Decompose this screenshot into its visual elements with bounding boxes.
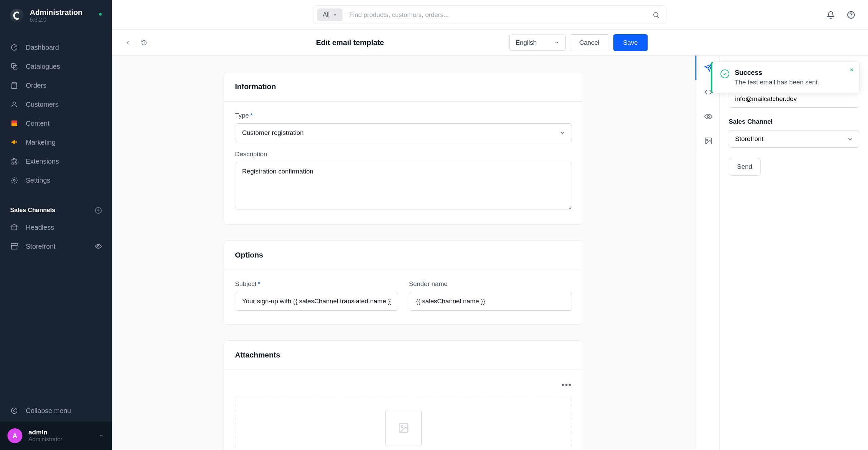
svg-point-7	[98, 246, 99, 247]
chevron-up-icon	[98, 433, 104, 439]
storefront-icon	[10, 242, 18, 250]
content-icon	[10, 119, 18, 127]
nav-orders[interactable]: Orders	[0, 76, 112, 95]
language-select[interactable]: English	[509, 35, 566, 51]
main-nav: Dashboard Catalogues Orders Customers Co…	[0, 31, 112, 197]
page-actions: English Cancel Save	[509, 34, 648, 51]
nav-label: Orders	[26, 82, 46, 89]
user-role: Administrator	[28, 436, 62, 443]
logo-icon	[10, 9, 24, 22]
tab-media[interactable]	[695, 129, 720, 153]
nav-label: Settings	[26, 177, 50, 184]
nav-content[interactable]: Content	[0, 114, 112, 133]
notifications-icon[interactable]	[824, 8, 837, 22]
help-icon[interactable]	[844, 8, 858, 22]
topbar-actions	[824, 8, 858, 22]
subject-label: Subject	[235, 280, 398, 288]
card-header: Information	[224, 72, 583, 102]
card-header: Options	[224, 241, 583, 270]
type-value: Customer registration	[242, 129, 304, 137]
svg-point-13	[401, 426, 403, 428]
sidebar-header: Administration 6.6.2.0	[0, 0, 112, 31]
card-header: Attachments	[224, 341, 583, 370]
channels-nav: Headless Storefront	[0, 218, 112, 263]
card-body: Subject Sender name	[224, 270, 583, 324]
nav-label: Extensions	[26, 158, 59, 165]
app-title: Administration	[30, 8, 82, 17]
description-textarea[interactable]	[235, 162, 572, 209]
type-select[interactable]: Customer registration	[235, 123, 572, 142]
send-button[interactable]: Send	[729, 158, 761, 176]
card-title: Information	[235, 82, 572, 91]
nav-label: Customers	[26, 101, 59, 108]
check-circle-icon	[721, 69, 729, 78]
card-title: Options	[235, 251, 572, 260]
user-menu[interactable]: A admin Administrator	[0, 422, 112, 450]
sender-label: Sender name	[409, 280, 572, 288]
image-placeholder-icon	[385, 410, 422, 446]
right-tab-strip	[695, 56, 719, 450]
content-wrap: Information Type Customer registration D…	[112, 56, 868, 450]
page-title: Edit email template	[316, 38, 384, 47]
tab-preview[interactable]	[695, 104, 720, 129]
avatar: A	[7, 428, 22, 443]
nav-label: Headless	[26, 224, 54, 231]
add-channel-button[interactable]: +	[95, 207, 102, 214]
nav-label: Marketing	[26, 139, 56, 146]
svg-point-3	[13, 102, 15, 104]
content-main: Information Type Customer registration D…	[112, 56, 695, 450]
sales-channels-section: Sales Channels +	[0, 197, 112, 218]
toast-title: Success	[735, 69, 819, 77]
nav-settings[interactable]: Settings	[0, 171, 112, 190]
collapse-menu-button[interactable]: Collapse menu	[0, 400, 112, 422]
chevron-down-icon	[847, 136, 853, 142]
sales-channel-select[interactable]: Storefront	[729, 130, 859, 148]
back-button[interactable]	[122, 37, 134, 48]
orders-icon	[10, 81, 18, 89]
search-tag-label: All	[323, 11, 330, 18]
save-button[interactable]: Save	[613, 34, 648, 51]
chevron-down-icon	[559, 130, 565, 136]
success-toast: Success The test email has been sent.	[711, 62, 860, 93]
cancel-button[interactable]: Cancel	[570, 34, 609, 51]
card-body: Type Customer registration Description	[224, 102, 583, 224]
sender-input[interactable]	[409, 292, 572, 311]
nav-label: Catalogues	[26, 63, 60, 70]
subject-input[interactable]	[235, 292, 398, 311]
search-input[interactable]	[342, 11, 650, 19]
close-icon[interactable]	[849, 67, 854, 72]
gear-icon	[10, 176, 18, 184]
customers-icon	[10, 100, 18, 108]
svg-rect-5	[12, 121, 17, 123]
history-icon[interactable]	[138, 37, 150, 48]
eye-icon[interactable]	[95, 243, 102, 250]
svg-point-9	[654, 12, 658, 17]
search-scope-tag[interactable]: All	[317, 8, 342, 21]
extensions-icon	[10, 157, 18, 165]
sidebar: Administration 6.6.2.0 Dashboard Catalog…	[0, 0, 112, 450]
nav-label: Storefront	[26, 243, 56, 250]
toast-message: The test email has been sent.	[735, 79, 819, 86]
collapse-label: Collapse menu	[26, 407, 71, 415]
nav-customers[interactable]: Customers	[0, 95, 112, 114]
nav-label: Dashboard	[26, 44, 59, 52]
attachments-card: Attachments ••• Drag files here to uploa…	[224, 340, 583, 450]
language-value: English	[516, 39, 537, 46]
nav-catalogues[interactable]: Catalogues	[0, 57, 112, 76]
nav-storefront[interactable]: Storefront	[0, 237, 112, 256]
right-panel: Sales Channel Storefront Send	[719, 56, 868, 450]
nav-marketing[interactable]: Marketing	[0, 133, 112, 152]
marketing-icon	[10, 138, 18, 146]
section-label: Sales Channels	[10, 207, 55, 214]
search-icon[interactable]	[650, 11, 663, 19]
more-button[interactable]: •••	[235, 380, 572, 396]
file-dropzone[interactable]: Drag files here to upload	[235, 396, 572, 450]
description-label: Description	[235, 150, 572, 158]
card-title: Attachments	[235, 351, 572, 360]
nav-extensions[interactable]: Extensions	[0, 152, 112, 171]
nav-label: Content	[26, 120, 50, 127]
nav-headless[interactable]: Headless	[0, 218, 112, 237]
svg-point-6	[13, 179, 15, 181]
nav-dashboard[interactable]: Dashboard	[0, 38, 112, 57]
search-wrapper: All	[314, 5, 666, 24]
